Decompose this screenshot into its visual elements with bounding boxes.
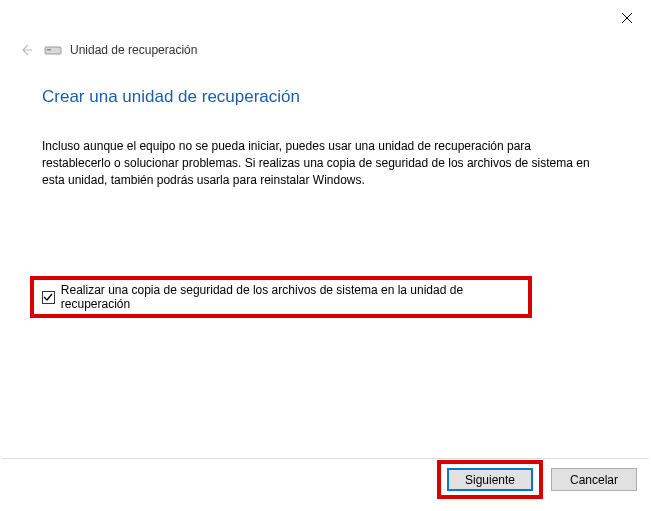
close-icon <box>621 12 633 24</box>
next-button[interactable]: Siguiente <box>447 468 533 491</box>
dialog-window: Unidad de recuperación Crear una unidad … <box>0 0 651 511</box>
checkbox-highlight-frame: Realizar una copia de seguridad de los a… <box>30 276 532 318</box>
svg-rect-3 <box>47 49 51 51</box>
separator <box>2 458 649 459</box>
body-description: Incluso aunque el equipo no se pueda ini… <box>42 138 602 188</box>
button-bar: Siguiente Cancelar <box>437 460 637 499</box>
cancel-button[interactable]: Cancelar <box>551 468 637 491</box>
checkbox-box <box>42 291 55 304</box>
back-button[interactable] <box>16 40 36 60</box>
checkbox-label: Realizar una copia de seguridad de los a… <box>61 283 528 311</box>
back-arrow-icon <box>19 43 33 57</box>
backup-checkbox[interactable]: Realizar una copia de seguridad de los a… <box>42 283 528 311</box>
next-button-highlight-frame: Siguiente <box>437 460 543 499</box>
close-button[interactable] <box>615 6 639 30</box>
drive-icon <box>44 44 62 56</box>
checkmark-icon <box>43 292 53 302</box>
window-title: Unidad de recuperación <box>70 43 197 57</box>
page-title: Crear una unidad de recuperación <box>42 87 300 107</box>
header: Unidad de recuperación <box>16 40 197 60</box>
